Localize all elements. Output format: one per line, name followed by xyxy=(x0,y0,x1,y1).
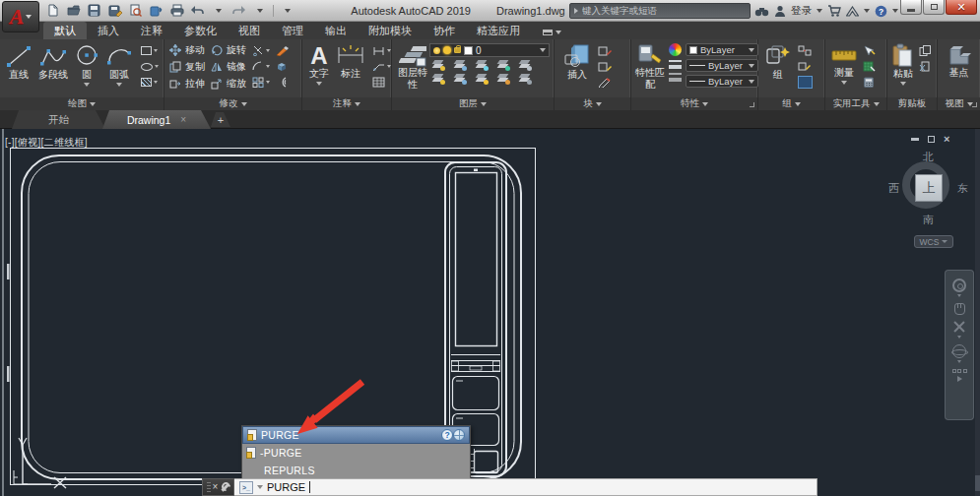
close-button[interactable]: ✕ xyxy=(946,0,977,15)
table-icon[interactable] xyxy=(372,76,391,89)
undo-icon[interactable] xyxy=(190,3,205,18)
layer-lock-icon[interactable] xyxy=(496,60,510,71)
tab-output[interactable]: 输出 xyxy=(314,22,358,39)
viewcube-top-face[interactable]: 上 xyxy=(915,174,943,202)
hatch-tool-icon[interactable] xyxy=(141,76,159,89)
linetype-icon[interactable] xyxy=(669,73,682,82)
match-properties-button[interactable]: 特性匹配 xyxy=(635,39,665,90)
circle-tool[interactable]: 圆 xyxy=(74,39,99,87)
measure-tool[interactable]: 测量 xyxy=(830,39,858,85)
plot-preview-icon[interactable] xyxy=(128,3,143,18)
mirror-tool[interactable]: 镜像 xyxy=(211,58,246,75)
lineweight-icon[interactable] xyxy=(669,60,682,69)
restore-button[interactable] xyxy=(923,0,945,15)
viewcube-north[interactable]: 北 xyxy=(923,150,934,164)
command-search-web-icon[interactable] xyxy=(453,429,465,441)
open-folder-icon[interactable] xyxy=(66,3,81,18)
array-tool-icon[interactable] xyxy=(252,76,270,89)
viewport-minimize-icon[interactable] xyxy=(911,138,919,141)
viewcube-south[interactable]: 南 xyxy=(923,213,934,227)
file-tab-start[interactable]: 开始 xyxy=(12,110,105,129)
layer-unlock2-icon[interactable] xyxy=(496,74,510,85)
panel-label-modify[interactable]: 修改 xyxy=(164,97,301,110)
measure-dropdown-icon[interactable] xyxy=(841,81,847,85)
redo-dropdown-icon[interactable] xyxy=(252,3,267,18)
properties-dialog-launcher[interactable] xyxy=(750,102,754,107)
dimension-style-icon[interactable] xyxy=(372,44,391,57)
signin-dropdown-icon[interactable] xyxy=(817,9,822,13)
help-icon[interactable]: ? xyxy=(875,5,887,18)
undo-dropdown-icon[interactable] xyxy=(211,3,226,18)
copy-clip-icon[interactable] xyxy=(919,44,932,57)
popup-item-dash-purge[interactable]: -PURGE xyxy=(242,444,470,462)
panel-label-properties[interactable]: 特性 xyxy=(631,97,757,110)
trim-tool-icon[interactable] xyxy=(252,44,270,57)
block-attributes-icon[interactable] xyxy=(598,76,612,89)
panel-label-block[interactable]: 块 xyxy=(555,97,630,110)
create-block-icon[interactable] xyxy=(598,44,612,57)
exchange-dropdown-icon[interactable] xyxy=(864,9,870,13)
layer-prev-icon[interactable] xyxy=(518,74,532,85)
layer-freeze-icon[interactable] xyxy=(475,60,489,71)
viewport-restore-icon[interactable] xyxy=(928,136,935,143)
arc-dropdown-icon[interactable] xyxy=(116,83,122,87)
text-dropdown-icon[interactable] xyxy=(316,82,322,86)
new-drawing-tab-button[interactable]: + xyxy=(211,112,230,127)
search-binoculars-icon[interactable] xyxy=(754,6,769,17)
base-point-tool[interactable]: 基点 xyxy=(947,39,972,79)
orbit-icon[interactable] xyxy=(952,344,966,363)
layer-off-icon[interactable] xyxy=(431,60,445,71)
object-color-dropdown[interactable]: ByLayer xyxy=(686,43,758,56)
calculator-icon[interactable] xyxy=(863,76,876,89)
viewport-controls[interactable]: [-][俯视][二维线框] xyxy=(5,136,88,150)
pan-hand-icon[interactable] xyxy=(954,303,965,315)
panel-label-clipboard[interactable]: 剪贴板 xyxy=(887,97,937,110)
dimension-tool[interactable]: 标注 xyxy=(336,39,365,80)
tab-collaborate[interactable]: 协作 xyxy=(423,22,466,39)
showmotion-icon[interactable] xyxy=(952,369,967,382)
search-input[interactable]: 键入关键字或短语 xyxy=(569,3,751,19)
insert-block-tool[interactable]: 插入 xyxy=(562,39,592,81)
layer-thaw2-icon[interactable] xyxy=(475,74,489,85)
layer-on2-icon[interactable] xyxy=(431,74,445,85)
lineweight-dropdown[interactable]: ByLayer xyxy=(686,59,758,72)
navigation-wheel-icon[interactable] xyxy=(952,279,966,297)
popup-item-repurls[interactable]: REPURLS xyxy=(242,462,470,479)
redo-icon[interactable] xyxy=(231,3,246,18)
help-dropdown-icon[interactable] xyxy=(892,9,898,13)
group-selection-toggle[interactable] xyxy=(798,76,813,89)
erase-tool-icon[interactable] xyxy=(276,44,289,57)
scale-tool[interactable]: 缩放 xyxy=(211,75,246,92)
panel-label-view[interactable]: 视图 xyxy=(938,97,980,110)
tab-home[interactable]: 默认 xyxy=(43,22,87,39)
tab-manage[interactable]: 管理 xyxy=(271,22,314,39)
view-dialog-launcher[interactable] xyxy=(972,102,977,107)
save-as-icon[interactable] xyxy=(107,3,122,18)
layer-unisolate-icon[interactable] xyxy=(453,74,467,85)
ellipse-tool-icon[interactable] xyxy=(141,60,159,73)
close-drawing-tab-icon[interactable]: × xyxy=(180,114,186,125)
edit-block-icon[interactable] xyxy=(598,60,612,73)
color-wheel-icon[interactable] xyxy=(669,43,682,56)
paste-tool[interactable]: 粘贴 xyxy=(891,39,915,86)
print-icon[interactable] xyxy=(169,3,184,18)
command-input[interactable]: PURGE xyxy=(234,478,817,496)
drawing-viewport[interactable]: [-][俯视][二维线框] xyxy=(0,129,980,496)
tab-view[interactable]: 视图 xyxy=(228,22,271,39)
polyline-tool[interactable]: 多段线 xyxy=(38,39,68,81)
command-help-icon[interactable] xyxy=(441,429,453,441)
scrollbar-thumb[interactable] xyxy=(975,475,980,491)
command-drag-grip[interactable] xyxy=(207,482,211,492)
save-icon[interactable] xyxy=(87,3,101,18)
arc-tool[interactable]: 圆弧 xyxy=(105,39,133,87)
copy-tool[interactable]: 复制 xyxy=(169,58,205,75)
panel-label-utilities[interactable]: 实用工具 xyxy=(825,97,886,110)
popup-item-purge[interactable]: PURGE xyxy=(242,426,470,444)
fillet-tool-icon[interactable] xyxy=(252,60,270,73)
command-close-icon[interactable] xyxy=(213,482,219,492)
ribbon-display-toggle[interactable] xyxy=(539,26,565,39)
tab-parametric[interactable]: 参数化 xyxy=(173,22,228,39)
transfer-icon[interactable] xyxy=(149,3,163,18)
cut-clip-icon[interactable] xyxy=(919,60,932,73)
leader-icon[interactable] xyxy=(372,60,391,73)
